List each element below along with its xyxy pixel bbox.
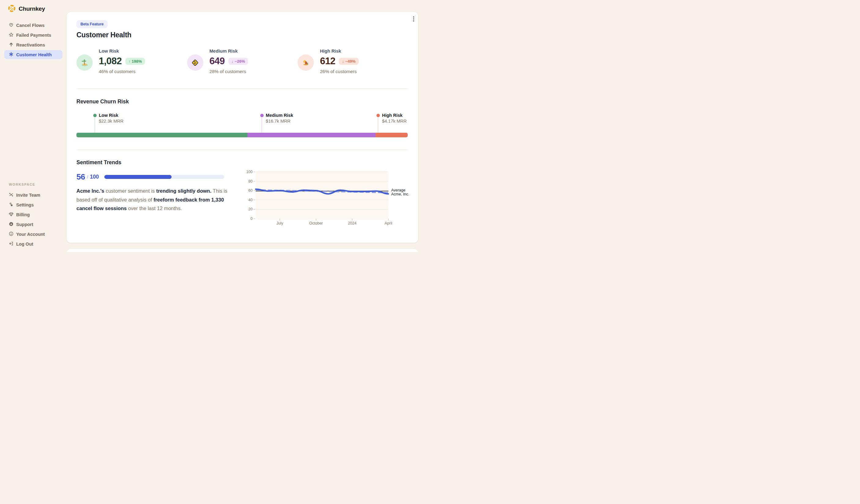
asterisk-icon — [9, 52, 13, 57]
arrow-up-icon: ↑ — [128, 59, 131, 63]
stat-delta-badge: ↓−49% — [339, 58, 358, 65]
legend-label: High Risk — [382, 113, 402, 118]
revenue-churn-chart: Low Risk $22.3k MRR Medium Risk $16.7k M… — [76, 111, 408, 145]
workspace-section: WORKSPACE Invite Team Settings Billing — [4, 183, 62, 248]
stat-low-risk: Low Risk 1,082 ↑198% 46% of customers — [76, 48, 187, 74]
legend-dot — [376, 114, 380, 117]
risk-stats-row: Low Risk 1,082 ↑198% 46% of customers — [76, 48, 408, 74]
summary-text: over the last 12 months. — [127, 205, 182, 211]
stat-label: Medium Risk — [210, 48, 248, 54]
sentiment-progress-fill — [104, 175, 171, 179]
stat-delta-badge: ↓−26% — [228, 58, 248, 65]
kebab-menu-icon[interactable] — [413, 16, 414, 23]
sidebar-item-reactivations[interactable]: Reactivations — [4, 40, 62, 49]
account-icon — [9, 231, 13, 237]
svg-text:0: 0 — [250, 217, 253, 221]
stat-percent: 46% of customers — [99, 69, 145, 74]
sidebar-item-label: Cancel Flows — [16, 23, 45, 28]
svg-text:October: October — [309, 221, 322, 226]
customer-health-card: Beta Feature Customer Health Low Risk — [67, 12, 418, 243]
svg-text:2024: 2024 — [348, 221, 357, 226]
legend-dot — [93, 114, 97, 117]
svg-text:80: 80 — [248, 179, 253, 184]
sidebar-item-label: Log Out — [16, 242, 33, 246]
legend-mrr: $4.17k MRR — [382, 119, 407, 124]
sentiment-trends-title: Sentiment Trends — [76, 159, 121, 166]
page-title: Customer Health — [76, 31, 131, 39]
stat-percent: 28% of customers — [210, 69, 248, 74]
bar-segment-high — [375, 133, 408, 137]
stat-value: 649 — [210, 56, 225, 67]
star-icon — [9, 32, 13, 38]
svg-text:20: 20 — [248, 207, 253, 211]
legend-label: Medium Risk — [266, 113, 293, 118]
sidebar-item-label: Failed Payments — [16, 33, 51, 38]
lifebuoy-icon — [9, 222, 13, 227]
stat-delta: 198% — [132, 59, 142, 63]
sidebar-item-support[interactable]: Support — [4, 220, 62, 229]
brand: Churnkey — [4, 5, 62, 13]
sidebar-item-billing[interactable]: Billing — [4, 210, 62, 219]
island-icon — [76, 55, 93, 71]
arrow-down-icon: ↓ — [231, 59, 234, 63]
sidebar-item-cancel-flows[interactable]: Cancel Flows — [4, 21, 62, 30]
revenue-churn-title: Revenue Churn Risk — [76, 99, 129, 105]
sentiment-summary: Acme Inc.'s customer sentiment is trendi… — [76, 187, 231, 213]
stat-medium-risk: Medium Risk 649 ↓−26% 28% of customers — [187, 48, 298, 74]
beta-feature-badge: Beta Feature — [76, 20, 108, 28]
next-card — [67, 249, 418, 252]
svg-text:Acme, Inc.: Acme, Inc. — [391, 192, 409, 196]
bar-segment-low — [76, 133, 247, 137]
legend-label: Low Risk — [99, 113, 118, 118]
score-slash: / — [87, 174, 88, 179]
sidebar-item-label: Billing — [16, 212, 30, 217]
bar-segment-medium — [247, 133, 375, 137]
sidebar-item-label: Settings — [16, 202, 34, 207]
sidebar-item-log-out[interactable]: Log Out — [4, 240, 62, 248]
sentiment-progress-bar — [104, 175, 224, 179]
summary-text: customer sentiment is — [104, 188, 156, 193]
arrow-up-icon — [9, 42, 13, 48]
desert-icon — [298, 55, 314, 71]
sidebar: Churnkey Cancel Flows Failed Payments Re… — [0, 0, 67, 252]
main-nav: Cancel Flows Failed Payments Reactivatio… — [4, 21, 62, 59]
shuffle-icon — [9, 192, 13, 198]
score-value: 56 — [76, 172, 85, 182]
stat-delta-badge: ↑198% — [125, 58, 145, 65]
gem-icon — [9, 212, 13, 217]
sidebar-item-your-account[interactable]: Your Account — [4, 230, 62, 239]
sidebar-item-customer-health[interactable]: Customer Health — [4, 50, 62, 59]
stat-label: Low Risk — [99, 48, 145, 54]
svg-text:100: 100 — [246, 170, 253, 174]
arrow-down-icon: ↓ — [342, 59, 344, 63]
stat-percent: 26% of customers — [320, 69, 358, 74]
summary-bold: trending slightly down. — [156, 188, 212, 193]
sidebar-item-failed-payments[interactable]: Failed Payments — [4, 31, 62, 40]
brand-name: Churnkey — [19, 5, 45, 12]
legend-mrr: $22.3k MRR — [99, 119, 124, 124]
divider — [76, 88, 408, 89]
sidebar-item-label: Reactivations — [16, 43, 45, 47]
legend-dot — [260, 114, 263, 117]
svg-text:Average: Average — [391, 188, 405, 192]
legend-mrr: $16.7k MRR — [266, 119, 290, 124]
summary-bold: Acme Inc.'s — [76, 188, 104, 193]
app-window: Churnkey Cancel Flows Failed Payments Re… — [0, 0, 430, 252]
svg-text:July: July — [276, 221, 284, 226]
svg-text:60: 60 — [248, 188, 253, 193]
connector-line — [95, 118, 95, 133]
workspace-label: WORKSPACE — [4, 183, 62, 187]
dots-icon — [9, 202, 13, 208]
sidebar-item-invite-team[interactable]: Invite Team — [4, 190, 62, 199]
stacked-bar[interactable] — [76, 133, 408, 137]
svg-text:April: April — [384, 221, 392, 226]
score-max: 100 — [90, 174, 99, 180]
sidebar-item-label: Your Account — [16, 232, 45, 237]
stat-delta: −49% — [345, 59, 356, 63]
sidebar-item-settings[interactable]: Settings — [4, 200, 62, 209]
stat-delta: −26% — [234, 59, 245, 63]
sentiment-line-chart: 020406080100JulyOctober2024AprilAverageA… — [245, 170, 411, 229]
sentiment-score: 56 / 100 — [76, 172, 224, 181]
stat-high-risk: High Risk 612 ↓−49% 26% of customers — [298, 48, 408, 74]
children-crossing-icon — [187, 55, 203, 71]
